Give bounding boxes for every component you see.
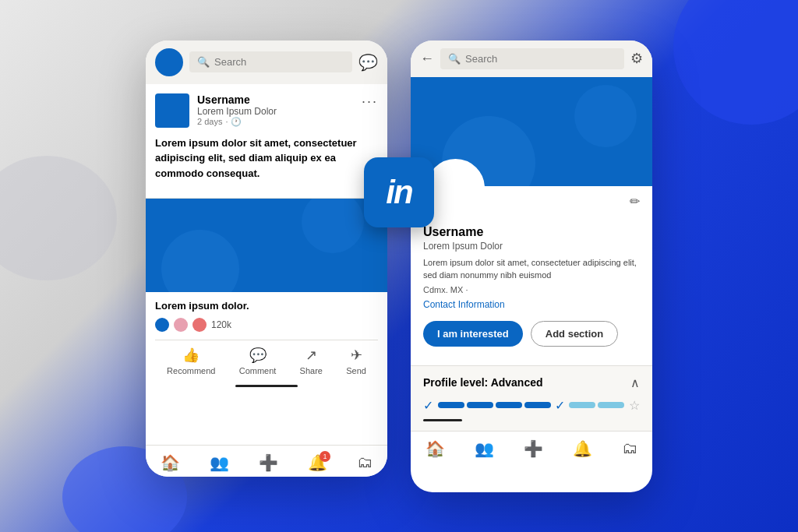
progress-underline [423, 419, 462, 421]
profile-level-section: Profile level: Advanced ∧ ✓ ✓ ☆ [411, 365, 652, 431]
profile-action-buttons: I am interested Add section [423, 321, 640, 347]
reaction-row: 120k [155, 318, 378, 332]
progress-seg-1 [438, 402, 464, 408]
nav-post-left[interactable]: ➕ [259, 453, 278, 472]
profile-location: Cdmx. MX · [423, 285, 640, 294]
progress-bar: ✓ [438, 398, 624, 413]
blob1 [161, 230, 239, 292]
nav-notifications-left[interactable]: 🔔 1 [308, 453, 327, 472]
chevron-up-icon[interactable]: ∧ [630, 375, 640, 390]
top-nav-right: ← 🔍 ⚙ [411, 41, 652, 77]
share-icon: ↗ [305, 347, 317, 364]
bottom-nav-left: 🏠 👥 ➕ 🔔 1 🗂 [146, 445, 387, 477]
nav-home-left[interactable]: 🏠 [161, 453, 180, 472]
bottom-post: Lorem ipsum dolor. 120k 👍 Recommend 💬 Co… [146, 292, 387, 395]
banner-blob2 [574, 85, 637, 147]
search-input-left[interactable] [214, 56, 344, 68]
blob2 [302, 199, 364, 253]
content-area: 🔍 💬 Username Lorem Ipsum Dolor 2 days · … [0, 0, 798, 532]
profile-subname: Lorem Ipsum Dolor [423, 241, 640, 252]
search-bar-left[interactable]: 🔍 [189, 51, 352, 72]
check-icon-left: ✓ [423, 398, 433, 413]
post-card: Username Lorem Ipsum Dolor 2 days · 🕐 ··… [146, 84, 387, 199]
top-nav-left: 🔍 💬 [146, 41, 387, 84]
search-icon-right: 🔍 [448, 53, 461, 65]
search-input-right[interactable] [465, 53, 616, 65]
reaction-red [192, 318, 207, 332]
linkedin-logo-text: in [386, 176, 411, 209]
post-avatar [155, 93, 189, 128]
interested-button[interactable]: I am interested [423, 321, 523, 347]
send-button[interactable]: ✈ Send [346, 347, 366, 375]
comment-icon: 💬 [249, 347, 267, 364]
action-row: 👍 Recommend 💬 Comment ↗ Share ✈ Send [155, 340, 378, 382]
progress-seg-2 [467, 402, 493, 408]
user-avatar-left [155, 48, 183, 76]
comment-label: Comment [239, 366, 277, 375]
recommend-button[interactable]: 👍 Recommend [167, 347, 215, 375]
linkedin-badge: in [364, 157, 434, 227]
phone-right: ← 🔍 ⚙ ✏ Username Lorem Ipsum Dolor Lorem… [411, 41, 652, 492]
message-icon[interactable]: 💬 [358, 53, 378, 72]
settings-icon[interactable]: ⚙ [630, 50, 643, 67]
nav-network-right[interactable]: 👥 [475, 439, 494, 458]
send-icon: ✈ [351, 347, 362, 364]
nav-jobs-right[interactable]: 🗂 [622, 439, 637, 457]
reaction-blue [155, 318, 169, 332]
search-icon-left: 🔍 [197, 56, 210, 68]
profile-level-title: Profile level: Advanced [423, 376, 543, 389]
share-button[interactable]: ↗ Share [300, 347, 323, 375]
post-image-blue [146, 199, 387, 292]
progress-seg-4 [524, 402, 551, 408]
nav-jobs-left[interactable]: 🗂 [357, 453, 373, 471]
post-header: Username Lorem Ipsum Dolor 2 days · 🕐 ··… [155, 93, 378, 128]
check-icon-mid: ✓ [555, 398, 565, 413]
action-underline [235, 385, 298, 387]
post-subtitle: Lorem Ipsum Dolor [197, 106, 354, 117]
search-bar-right[interactable]: 🔍 [440, 48, 624, 69]
progress-seg-5 [569, 402, 595, 408]
send-label: Send [346, 366, 366, 375]
progress-row: ✓ ✓ ☆ [423, 398, 640, 413]
reaction-count: 120k [211, 319, 231, 330]
profile-pic-wrapper [426, 159, 485, 186]
recommend-label: Recommend [167, 366, 215, 375]
recommend-icon: 👍 [182, 347, 200, 364]
post-body: Lorem ipsum dolor sit amet, consectetuer… [155, 136, 378, 181]
post-username: Username [197, 93, 354, 106]
profile-pic [426, 159, 485, 186]
bottom-post-text: Lorem ipsum dolor. [155, 300, 378, 312]
phone-left: 🔍 💬 Username Lorem Ipsum Dolor 2 days · … [146, 41, 387, 477]
add-section-button[interactable]: Add section [531, 321, 618, 347]
progress-seg-6 [598, 402, 624, 408]
back-button[interactable]: ← [420, 51, 434, 67]
profile-level-header: Profile level: Advanced ∧ [423, 375, 640, 390]
progress-seg-3 [496, 402, 522, 408]
bottom-nav-right: 🏠 👥 ➕ 🔔 🗂 [411, 431, 652, 463]
notification-badge: 1 [320, 451, 330, 462]
contact-info-link[interactable]: Contact Information [423, 299, 640, 310]
reaction-pink [174, 318, 188, 332]
share-label: Share [300, 366, 323, 375]
dots-menu[interactable]: ··· [362, 93, 378, 110]
profile-username: Username [423, 225, 640, 239]
star-icon: ☆ [629, 398, 640, 413]
profile-banner [411, 77, 652, 186]
nav-post-right[interactable]: ➕ [524, 439, 543, 458]
nav-notifications-right[interactable]: 🔔 [573, 439, 592, 458]
edit-pencil-icon[interactable]: ✏ [630, 194, 640, 209]
nav-home-right[interactable]: 🏠 [425, 439, 445, 458]
comment-button[interactable]: 💬 Comment [239, 347, 277, 375]
profile-description: Lorem ipsum dolor sit amet, consectetuer… [423, 256, 640, 282]
post-info: Username Lorem Ipsum Dolor 2 days · 🕐 [197, 93, 354, 127]
profile-body: ✏ Username Lorem Ipsum Dolor Lorem ipsum… [411, 186, 652, 365]
post-time: 2 days · 🕐 [197, 117, 354, 127]
nav-network-left[interactable]: 👥 [210, 453, 229, 472]
